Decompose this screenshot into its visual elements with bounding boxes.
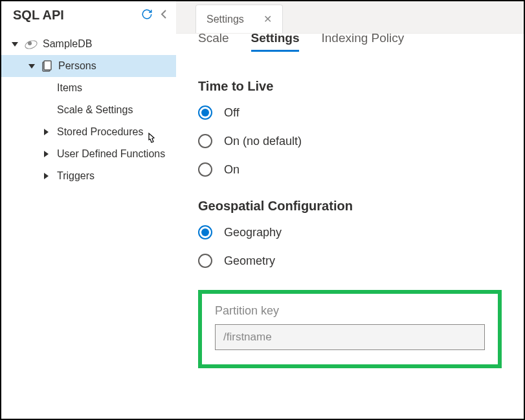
subtab-settings[interactable]: Settings [251,26,300,52]
geo-radio-group: Geography Geometry [198,225,502,268]
tree-item-label: User Defined Functions [57,148,165,160]
geo-title: Geospatial Configuration [198,199,502,214]
ttl-title: Time to Live [198,79,502,94]
tree-item-label: Scale & Settings [57,104,133,116]
tree-item-label: Triggers [57,170,95,182]
partition-key-input[interactable] [215,324,485,350]
tree-item-stored-procedures[interactable]: Stored Procedures [1,121,176,143]
tree-item-udf[interactable]: User Defined Functions [1,143,176,165]
ttl-radio-on[interactable]: On [198,162,502,177]
caret-right-icon [44,129,49,135]
tree-item-triggers[interactable]: Triggers [1,165,176,187]
radio-icon [198,225,212,239]
tree-database[interactable]: SampleDB [1,33,176,55]
database-icon [25,39,38,49]
subtab-scale[interactable]: Scale [198,26,229,52]
radio-label: On (no default) [224,135,302,148]
caret-right-icon [44,173,49,179]
radio-icon [198,254,212,268]
api-title: SQL API [13,8,64,23]
database-label: SampleDB [43,38,92,50]
tree-item-items[interactable]: Items [1,77,176,99]
subtab-row: Scale Settings Indexing Policy [176,31,524,57]
collapse-icon[interactable] [161,9,167,21]
radio-icon [198,105,212,120]
subtab-indexing[interactable]: Indexing Policy [321,26,404,52]
container-label: Persons [58,60,96,72]
radio-icon [198,162,212,177]
radio-label: Off [224,106,240,120]
tree-container[interactable]: Persons [1,55,176,77]
caret-right-icon [44,151,49,157]
tab-label: Settings [207,14,244,25]
tree-item-label: Items [57,82,82,94]
radio-icon [198,134,212,148]
radio-label: Geography [224,226,282,239]
partition-key-highlight: Partition key [198,290,502,368]
partition-key-label: Partition key [215,304,485,318]
radio-label: Geometry [224,254,275,268]
ttl-radio-on-no-default[interactable]: On (no default) [198,134,502,148]
caret-down-icon [28,64,35,69]
radio-label: On [224,163,240,177]
svg-rect-1 [44,61,51,70]
content-area: Settings ✕ Scale Settings Indexing Polic… [176,1,524,419]
refresh-icon[interactable] [141,8,153,22]
sidebar: SQL API SampleDB Persons [1,1,176,419]
tree-item-label: Stored Procedures [57,126,143,138]
resource-tree: SampleDB Persons Items Scale & Settings … [1,30,176,187]
caret-down-icon [12,42,18,47]
geo-radio-geometry[interactable]: Geometry [198,254,502,268]
ttl-radio-group: Off On (no default) On [198,105,502,177]
container-icon [41,60,52,72]
ttl-radio-off[interactable]: Off [198,105,502,120]
tree-item-scale-settings[interactable]: Scale & Settings [1,99,176,121]
geo-radio-geography[interactable]: Geography [198,225,502,239]
close-icon[interactable]: ✕ [263,13,272,25]
sidebar-header: SQL API [1,1,176,30]
settings-panel: Time to Live Off On (no default) On Geos… [176,57,524,368]
